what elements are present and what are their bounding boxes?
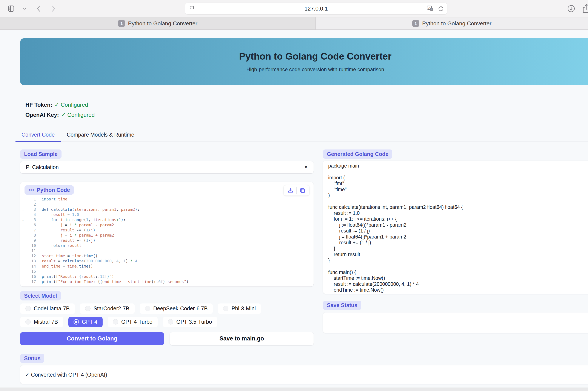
browser-tabstrip: 1Python to Golang Converter1Python to Go… xyxy=(0,17,588,30)
code-line: 10 return result xyxy=(20,243,313,248)
browser-toolbar: 127.0.0.1 A 文 xyxy=(0,0,588,17)
page-preview-icon[interactable] xyxy=(189,5,195,12)
golang-code-line: func main() { xyxy=(328,270,588,276)
code-line: 6 j = i * param1 - param2 xyxy=(20,222,313,228)
code-text: result += (1/j) xyxy=(38,238,95,243)
line-number: 2 xyxy=(26,202,38,207)
load-sample-badge: Load Sample xyxy=(20,149,62,159)
url-bar[interactable]: 127.0.0.1 A 文 xyxy=(185,2,447,15)
translate-icon[interactable]: A 文 xyxy=(426,5,434,12)
code-line: 9 result += (1/j) xyxy=(20,238,313,243)
status-section: Status ✓ Converted with GPT-4 (OpenAI) xyxy=(20,354,588,384)
golang-code-line xyxy=(328,264,588,270)
line-number: 3 xyxy=(26,207,38,212)
code-gutter: 1 xyxy=(20,196,38,202)
chevron-down-icon[interactable] xyxy=(22,7,27,10)
code-text: result = calculate(200_000_000, 4, 1) * … xyxy=(38,259,137,264)
reload-icon[interactable] xyxy=(438,5,444,12)
code-gutter: 9 xyxy=(20,238,38,243)
code-text: result = 1.0 xyxy=(38,212,79,217)
golang-code-line: "fmt" xyxy=(328,181,588,187)
radio-icon xyxy=(145,306,150,311)
tab-compare-models-runtime[interactable]: Compare Models & Runtime xyxy=(61,129,140,142)
save-status-box xyxy=(323,312,588,333)
line-number: 8 xyxy=(26,233,38,238)
code-gutter: 10 xyxy=(20,243,38,248)
fold-spacer xyxy=(20,253,26,259)
sidebar-toggle-icon[interactable] xyxy=(8,5,15,12)
code-line: 7 result -= (1/j) xyxy=(20,228,313,233)
golang-code-line: } xyxy=(328,246,588,252)
model-options: CodeLlama-7BStarCoder2-7BDeepSeek-Coder-… xyxy=(20,303,291,327)
golang-code-line: func calculate(iterations int, param1, p… xyxy=(328,204,588,210)
python-code-editor[interactable]: 1import time2 ⌄3def calculate(iterations… xyxy=(20,196,313,284)
tab-convert-code[interactable]: Convert Code xyxy=(15,129,61,142)
horizontal-scrollbar[interactable] xyxy=(0,388,588,391)
convert-panel: Load Sample Pi Calculation ▼ </> Python … xyxy=(20,149,313,345)
code-gutter: ⌄3 xyxy=(20,207,38,212)
convert-button[interactable]: Convert to Golang xyxy=(20,332,164,345)
golang-code-line: startTime := time.Now() xyxy=(328,275,588,281)
golang-code-line: result := calculate(200000000, 4, 1) * 4 xyxy=(328,281,588,287)
golang-code-line xyxy=(328,169,588,175)
sample-select[interactable]: Pi Calculation ▼ xyxy=(20,161,313,173)
back-icon[interactable] xyxy=(36,5,41,12)
copy-code-button[interactable] xyxy=(296,187,308,194)
model-option-label: DeepSeek-Coder-6.7B xyxy=(153,305,208,312)
golang-code-line: result -= (1 / j) xyxy=(328,228,588,234)
fold-spacer xyxy=(20,274,26,279)
code-gutter: 6 xyxy=(20,222,38,228)
golang-code-line: "time" xyxy=(328,187,588,193)
code-text: return result xyxy=(38,243,81,248)
radio-selected-icon xyxy=(74,319,79,324)
golang-output-badge: Generated Golang Code xyxy=(323,149,392,159)
code-gutter: 4 xyxy=(20,212,38,217)
line-number: 5 xyxy=(26,217,38,222)
share-icon[interactable] xyxy=(583,4,588,13)
model-option-label: StarCoder2-7B xyxy=(94,305,129,312)
line-number: 1 xyxy=(26,196,38,202)
line-number: 7 xyxy=(26,228,38,233)
code-icon: </> xyxy=(28,188,35,193)
code-gutter: 7 xyxy=(20,228,38,233)
fold-spacer xyxy=(20,248,26,253)
model-option-label: GPT-4 xyxy=(82,319,98,325)
downloads-icon[interactable] xyxy=(567,4,576,13)
line-number: 4 xyxy=(26,212,38,217)
line-number: 13 xyxy=(26,259,38,264)
fold-chevron-icon[interactable]: ⌄ xyxy=(20,217,26,222)
code-gutter: 15 xyxy=(20,269,38,274)
download-code-button[interactable] xyxy=(285,187,296,194)
line-number: 14 xyxy=(26,264,38,269)
golang-code-line: j := float64(i)*param1 - param2 xyxy=(328,222,588,228)
code-line: 1import time xyxy=(20,196,313,202)
model-option-deepseek-coder-6-7b[interactable]: DeepSeek-Coder-6.7B xyxy=(140,303,213,314)
model-option-codellama-7b[interactable]: CodeLlama-7B xyxy=(20,303,75,314)
golang-code-output: package main import ( "fmt" "time") func… xyxy=(323,161,588,294)
code-gutter: 8 xyxy=(20,233,38,238)
fold-spacer xyxy=(20,202,26,207)
browser-tab-2[interactable]: 1Python to Golang Converter xyxy=(316,17,588,29)
browser-tab-1[interactable]: 1Python to Golang Converter xyxy=(0,17,316,29)
model-option-mistral-7b[interactable]: Mistral-7B xyxy=(20,317,63,327)
nav-tabs: Convert CodeCompare Models & Runtime xyxy=(15,129,588,142)
code-gutter: 16 xyxy=(20,274,38,279)
model-option-gpt-4[interactable]: GPT-4 xyxy=(68,317,102,327)
code-text: for i in range(1, iterations+1): xyxy=(38,217,126,222)
model-option-gpt-3-5-turbo[interactable]: GPT-3.5-Turbo xyxy=(163,317,217,327)
code-line: 15 xyxy=(20,269,313,274)
code-line: 11 xyxy=(20,248,313,253)
save-button[interactable]: Save to main.go xyxy=(170,332,313,345)
code-line: 12start_time = time.time() xyxy=(20,253,313,259)
code-line: 13result = calculate(200_000_000, 4, 1) … xyxy=(20,259,313,264)
forward-icon[interactable] xyxy=(51,5,56,12)
model-option-label: CodeLlama-7B xyxy=(34,305,70,312)
line-number: 17 xyxy=(26,279,38,284)
tab-title: Python to Golang Converter xyxy=(422,20,491,27)
fold-chevron-icon[interactable]: ⌄ xyxy=(20,207,26,212)
model-option-phi-3-mini[interactable]: Phi-3-Mini xyxy=(218,303,261,314)
python-editor-card: </> Python Code xyxy=(20,182,313,287)
model-option-starcoder2-7b[interactable]: StarCoder2-7B xyxy=(80,303,135,314)
model-option-gpt-4-turbo[interactable]: GPT-4-Turbo xyxy=(108,317,158,327)
radio-icon xyxy=(223,306,228,311)
